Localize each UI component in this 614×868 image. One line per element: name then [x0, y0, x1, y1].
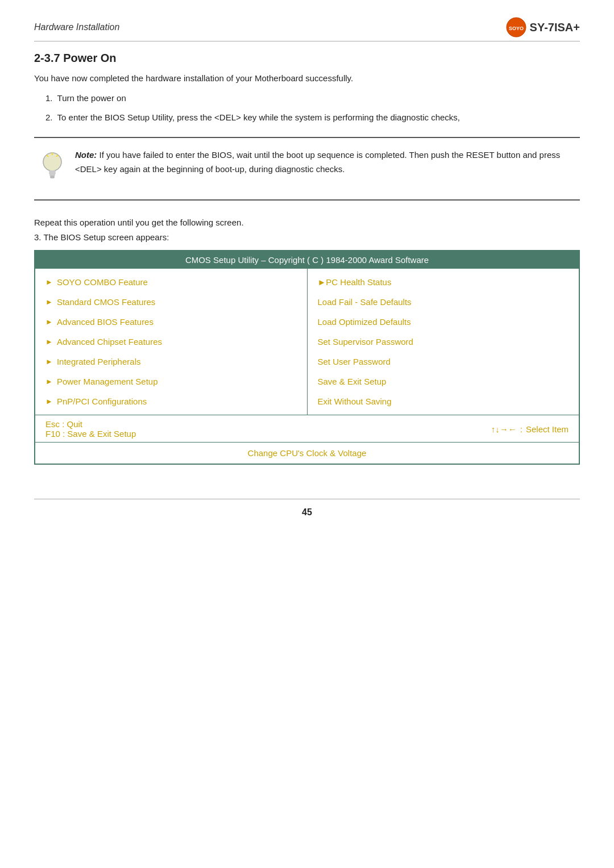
page-footer: 45 [34, 499, 580, 518]
bios-item-integrated-peripherals[interactable]: ► Integrated Peripherals [35, 352, 307, 372]
section-title: 2-3.7 Power On [34, 52, 580, 65]
bios-item-label: Advanced BIOS Features [57, 317, 154, 327]
bios-screen-step: 3. The BIOS Setup screen appears: [34, 231, 580, 244]
bios-item-label: PC Health Status [326, 277, 391, 287]
note-box: Note: If you have failed to enter the BI… [34, 137, 580, 201]
bios-item-standard-cmos[interactable]: ► Standard CMOS Features [35, 292, 307, 312]
bios-item-advanced-chipset[interactable]: ► Advanced Chipset Features [35, 332, 307, 352]
bios-left-column: ► SOYO COMBO Feature ► Standard CMOS Fea… [35, 269, 308, 415]
bios-f10-save: F10 : Save & Exit Setup [45, 429, 136, 439]
soyo-logo-icon: SOYO [506, 17, 526, 37]
bios-item-load-optimized[interactable]: Load Optimized Defaults [308, 312, 579, 332]
arrow-icon: ► [45, 337, 53, 346]
step-2-text: To enter the BIOS Setup Utility, press t… [57, 112, 460, 122]
bios-item-pnp-pci[interactable]: ► PnP/PCI Configurations [35, 391, 307, 411]
bios-item-save-exit[interactable]: Save & Exit Setup [308, 372, 579, 391]
header-logo: SOYO SY-7ISA+ [506, 17, 580, 37]
bios-bottom-bar: Change CPU's Clock & Voltage [35, 442, 579, 464]
bios-item-label: Set User Password [318, 357, 391, 366]
step-1: 1. Turn the power on [45, 91, 580, 106]
header-bar: Hardware Installation SOYO SY-7ISA+ [34, 17, 580, 41]
bios-item-label: Load Optimized Defaults [318, 317, 411, 327]
step-2-number: 2. [45, 112, 53, 122]
arrow-icon: ► [45, 397, 53, 406]
bulb-icon [40, 149, 65, 189]
bios-item-label: SOYO COMBO Feature [57, 277, 148, 287]
svg-text:SOYO: SOYO [509, 26, 524, 31]
bios-select-item: Select Item [526, 424, 569, 434]
bios-footer: Esc : Quit F10 : Save & Exit Setup ↑↓→← … [35, 415, 579, 442]
step-2: 2. To enter the BIOS Setup Utility, pres… [45, 110, 580, 125]
page-number: 45 [302, 507, 312, 517]
bios-footer-right: ↑↓→← : Select Item [491, 424, 569, 434]
bios-arrows: ↑↓→← [491, 424, 517, 434]
svg-rect-6 [50, 176, 55, 178]
header-title: Hardware Installation [34, 22, 119, 32]
bios-item-label: PnP/PCI Configurations [57, 397, 147, 406]
bios-esc-quit: Esc : Quit [45, 419, 136, 429]
bios-item-label: Exit Without Saving [318, 397, 392, 406]
bios-item-label: Save & Exit Setup [318, 377, 387, 386]
arrow-icon: ► [318, 277, 326, 287]
bios-footer-row: Esc : Quit F10 : Save & Exit Setup ↑↓→← … [45, 419, 569, 439]
note-text: If you have failed to enter the BIOS, wa… [75, 150, 560, 174]
bios-item-power-management[interactable]: ► Power Management Setup [35, 372, 307, 391]
bios-item-soyo-combo[interactable]: ► SOYO COMBO Feature [35, 272, 307, 292]
arrow-icon: ► [45, 278, 53, 286]
logo-text: SY-7ISA+ [530, 21, 580, 34]
bios-item-label: Power Management Setup [57, 377, 158, 386]
bios-item-pc-health[interactable]: ► PC Health Status [308, 272, 579, 292]
bios-body: ► SOYO COMBO Feature ► Standard CMOS Fea… [35, 269, 579, 415]
bios-item-set-user-pw[interactable]: Set User Password [308, 352, 579, 372]
arrow-icon: ► [45, 377, 53, 386]
note-content: Note: If you have failed to enter the BI… [75, 148, 574, 177]
arrow-icon: ► [45, 318, 53, 326]
bios-item-set-supervisor-pw[interactable]: Set Supervisor Password [308, 332, 579, 352]
bios-item-label: Load Fail - Safe Defaults [318, 297, 412, 307]
bios-colon: : [520, 424, 522, 434]
svg-point-2 [43, 153, 61, 171]
bios-item-label: Standard CMOS Features [57, 297, 155, 307]
step-1-text: Turn the power on [57, 93, 126, 103]
bios-right-column: ► PC Health Status Load Fail - Safe Defa… [308, 269, 579, 415]
bios-footer-left: Esc : Quit F10 : Save & Exit Setup [45, 419, 136, 439]
bios-header: CMOS Setup Utility – Copyright ( C ) 198… [35, 251, 579, 269]
note-label: Note: [75, 150, 97, 160]
bios-item-label: Advanced Chipset Features [57, 337, 162, 347]
step-1-number: 1. [45, 93, 53, 103]
intro-paragraph: You have now completed the hardware inst… [34, 72, 580, 85]
bios-screen: CMOS Setup Utility – Copyright ( C ) 198… [34, 250, 580, 465]
arrow-icon: ► [45, 298, 53, 306]
bios-item-exit-nosave[interactable]: Exit Without Saving [308, 391, 579, 411]
repeat-text: Repeat this operation until you get the … [34, 218, 580, 227]
page: Hardware Installation SOYO SY-7ISA+ 2-3.… [0, 0, 614, 868]
bios-item-label: Set Supervisor Password [318, 337, 413, 347]
bios-item-load-failsafe[interactable]: Load Fail - Safe Defaults [308, 292, 579, 312]
bios-item-advanced-bios[interactable]: ► Advanced BIOS Features [35, 312, 307, 332]
bios-item-label: Integrated Peripherals [57, 357, 141, 366]
arrow-icon: ► [45, 357, 53, 366]
